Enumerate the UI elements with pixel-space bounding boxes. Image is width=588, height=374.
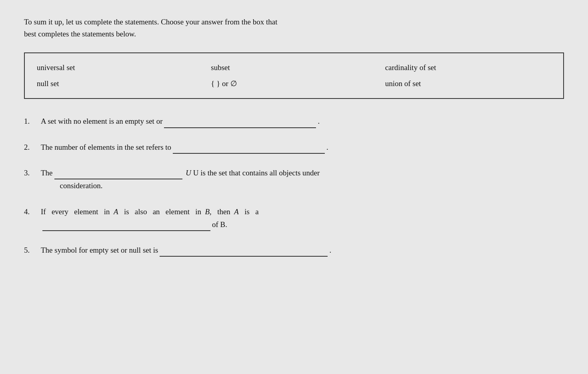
question-3-number: 3.: [24, 167, 41, 179]
q3-text-middle: U is the set that contains all objects u…: [193, 169, 320, 177]
question-5: 5. The symbol for empty set or null set …: [24, 244, 564, 257]
question-4: 4. If every element in A is also an elem…: [24, 205, 564, 231]
intro-line1: To sum it up, let us complete the statem…: [24, 18, 277, 26]
q1-text-after: .: [318, 117, 320, 125]
q1-text-before: A set with no element is an empty set or: [41, 117, 162, 125]
box-universal-set: universal set: [37, 61, 203, 74]
box-null-set: null set: [37, 77, 203, 90]
q5-blank: [160, 255, 328, 257]
question-1-text: A set with no element is an empty set or…: [41, 115, 564, 128]
q1-blank: [164, 127, 316, 128]
box-cardinality: cardinality of set: [385, 61, 551, 74]
q3-u-symbol: U: [184, 169, 191, 177]
q3-text-before: The: [41, 169, 53, 177]
q2-text-after: .: [326, 143, 328, 151]
intro-paragraph: To sum it up, let us complete the statem…: [24, 16, 564, 40]
q4-text-after: of B.: [212, 220, 227, 229]
question-4-number: 4.: [24, 205, 41, 218]
intro-line2: best completes the statements below.: [24, 30, 136, 38]
question-5-number: 5.: [24, 244, 41, 257]
question-1-number: 1.: [24, 115, 41, 128]
box-union-of-set: union of set: [385, 77, 551, 90]
question-2: 2. The number of elements in the set ref…: [24, 141, 564, 154]
question-5-text: The symbol for empty set or null set is.: [41, 244, 564, 257]
question-3-text: The U U is the set that contains all obj…: [41, 167, 564, 193]
q3-text-after: consideration.: [60, 181, 103, 190]
question-4-text: If every element in A is also an element…: [41, 205, 564, 231]
q3-blank: [54, 178, 182, 179]
q4-line1: If every element in A is also an element…: [41, 207, 259, 216]
box-braces-or-phi: { } or ∅: [211, 77, 377, 90]
box-subset: subset: [211, 61, 377, 74]
questions-section: 1. A set with no element is an empty set…: [24, 115, 564, 257]
question-3: 3. The U U is the set that contains all …: [24, 167, 564, 193]
q4-blank: [42, 229, 210, 231]
question-1: 1. A set with no element is an empty set…: [24, 115, 564, 128]
question-2-text: The number of elements in the set refers…: [41, 141, 564, 154]
question-2-number: 2.: [24, 141, 41, 154]
q5-text-before: The symbol for empty set or null set is: [41, 246, 158, 254]
answer-box: universal set subset cardinality of set …: [24, 52, 564, 99]
q2-blank: [173, 152, 325, 154]
q2-text-before: The number of elements in the set refers…: [41, 143, 171, 151]
q5-text-after: .: [329, 246, 331, 254]
